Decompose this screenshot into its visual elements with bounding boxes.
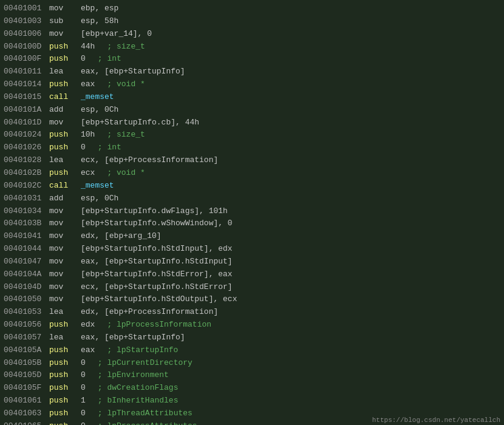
mnemonic: add [49,104,81,116]
operand: 0 [81,142,86,154]
address: 00401041 [4,231,49,242]
address: 00401050 [4,294,49,305]
table-row: 00401056 push edx; lpProcessInformation [0,319,504,332]
operand: esp, 0Ch [81,104,118,116]
comment: ; lpEnvironment [98,370,169,381]
address: 00401063 [4,408,49,420]
operand: eax [81,79,95,90]
table-row: 0040100D push 44h; size_t [0,41,504,53]
operand: 0 [81,370,86,381]
mnemonic: mov [49,117,81,129]
address: 00401014 [4,79,49,90]
address: 0040100D [4,41,49,53]
operand: 0 [81,421,86,425]
operand: ecx [81,168,95,179]
mnemonic: mov [49,218,81,229]
mnemonic: push [49,129,81,141]
table-row: 00401053 lea edx, [ebp+ProcessInformatio… [0,306,504,319]
address: 00401044 [4,243,49,255]
mnemonic: mov [49,294,81,305]
operand: [ebp+StartupInfo.wShowWindow], 0 [81,218,233,229]
comment: ; lpProcessInformation [107,319,211,331]
address: 00401034 [4,206,49,217]
address: 00401024 [4,129,49,141]
comment: ; void * [107,79,145,90]
mnemonic: mov [49,29,81,40]
comment: ; dwCreationFlags [98,382,179,394]
address: 0040103B [4,218,49,229]
address: 0040104D [4,282,49,293]
address: 0040105F [4,382,49,394]
comment: ; int [98,53,121,65]
operand: 0 [81,53,86,65]
address: 00401006 [4,29,49,40]
address: 00401056 [4,319,49,331]
mnemonic: call [49,180,81,192]
table-row: 0040105A push eax; lpStartupInfo [0,344,504,357]
table-row: 00401024 push 10h; size_t [0,129,504,141]
comment: ; void * [107,168,145,179]
code-container: 00401001 mov ebp, esp00401003 sub esp, 5… [0,0,504,425]
operand: [ebp+var_14], 0 [81,29,152,40]
operand: _memset [81,92,114,103]
mnemonic: mov [49,3,81,15]
mnemonic: mov [49,243,81,255]
operand: [ebp+StartupInfo.hStdError], eax [81,269,233,280]
address: 0040101D [4,117,49,129]
operand: 44h [81,41,95,53]
address: 00401011 [4,66,49,78]
table-row: 00401001 mov ebp, esp [0,2,504,15]
address: 0040105B [4,358,49,369]
operand: [ebp+StartupInfo.dwFlags], 101h [81,206,228,217]
table-row: 0040101D mov [ebp+StartupInfo.cb], 44h [0,117,504,129]
mnemonic: mov [49,256,81,268]
table-row: 00401031 add esp, 0Ch [0,192,504,205]
comment: ; bInheritHandles [98,395,179,407]
table-row: 00401050 mov [ebp+StartupInfo.hStdOutput… [0,293,504,306]
table-row: 00401061 push 1; bInheritHandles [0,395,504,407]
mnemonic: push [49,319,81,331]
mnemonic: push [49,395,81,407]
operand: [ebp+StartupInfo.hStdInput], edx [81,243,233,255]
table-row: 0040105F push 0; dwCreationFlags [0,382,504,395]
operand: 0 [81,358,86,369]
operand: eax [81,345,95,356]
footer-url: https://blog.csdn.net/yatecallch [369,415,504,425]
address: 00401015 [4,92,49,103]
mnemonic: push [49,53,81,65]
operand: [ebp+StartupInfo.cb], 44h [81,117,199,129]
mnemonic: push [49,370,81,381]
mnemonic: mov [49,231,81,242]
operand: esp, 58h [81,16,118,27]
table-row: 00401041 mov edx, [ebp+arg_10] [0,230,504,243]
mnemonic: lea [49,307,81,318]
operand: esp, 0Ch [81,193,118,205]
operand: eax, [ebp+StartupInfo] [81,66,185,78]
address: 00401057 [4,332,49,344]
address: 0040102B [4,168,49,179]
address: 00401001 [4,3,49,15]
address: 00401028 [4,155,49,166]
operand: edx, [ebp+arg_10] [81,231,162,242]
table-row: 0040102B push ecx; void * [0,167,504,180]
table-row: 0040103B mov [ebp+StartupInfo.wShowWindo… [0,217,504,230]
mnemonic: push [49,358,81,369]
table-row: 0040104D mov ecx, [ebp+StartupInfo.hStdE… [0,281,504,294]
table-row: 00401047 mov eax, [ebp+StartupInfo.hStdI… [0,256,504,268]
table-row: 00401003 sub esp, 58h [0,15,504,28]
mnemonic: lea [49,332,81,344]
mnemonic: push [49,142,81,154]
comment: ; lpStartupInfo [107,345,178,356]
address: 0040105D [4,370,49,381]
table-row: 00401057 lea eax, [ebp+StartupInfo] [0,332,504,344]
operand: 0 [81,408,86,420]
table-row: 00401028 lea ecx, [ebp+ProcessInformatio… [0,154,504,167]
table-row: 00401034 mov [ebp+StartupInfo.dwFlags], … [0,205,504,218]
operand: eax, [ebp+StartupInfo] [81,332,185,344]
operand: 10h [81,129,95,141]
operand: [ebp+StartupInfo.hStdOutput], ecx [81,294,237,305]
mnemonic: push [49,168,81,179]
operand: ecx, [ebp+StartupInfo.hStdError] [81,282,233,293]
table-row: 00401011 lea eax, [ebp+StartupInfo] [0,66,504,78]
address: 00401065 [4,421,49,425]
